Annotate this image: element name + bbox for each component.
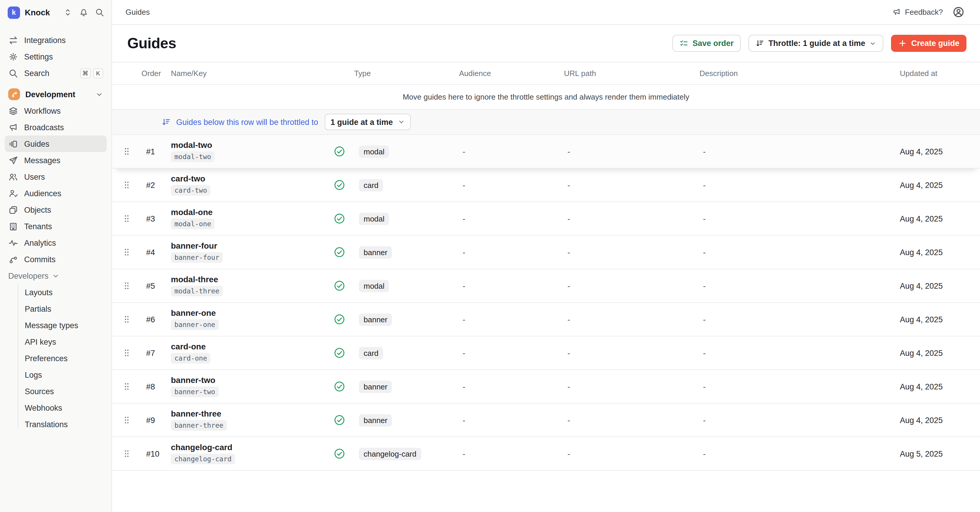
workspace-switcher[interactable]: k Knock [0, 0, 111, 25]
table-row[interactable]: #2card-twocard-twocard---Aug 4, 2025 [112, 169, 980, 202]
table-row[interactable]: #4banner-fourbanner-fourbanner---Aug 4, … [112, 236, 980, 269]
drag-handle-icon [123, 281, 130, 291]
create-guide-button[interactable]: Create guide [891, 35, 966, 52]
description-value: - [700, 214, 900, 223]
app-window: k Knock IntegrationsSettingsSearch⌘K Dev… [0, 0, 980, 512]
sidebar-item-integrations[interactable]: Integrations [5, 32, 107, 48]
sidebar-item-api-keys[interactable]: API keys [5, 334, 107, 350]
activity-icon [8, 238, 18, 248]
commit-branch-icon [8, 254, 18, 264]
sidebar-item-commits[interactable]: Commits [5, 251, 107, 267]
drag-handle[interactable] [112, 281, 142, 291]
description-value: - [700, 348, 900, 357]
chevron-down-icon [52, 272, 60, 280]
keyboard-shortcut: ⌘K [80, 68, 103, 78]
updated-at-value: Aug 4, 2025 [900, 214, 980, 223]
column-header-url-path: URL path [564, 69, 700, 78]
table-row[interactable]: #5modal-threemodal-threemodal---Aug 4, 2… [112, 269, 980, 303]
sidebar-item-broadcasts[interactable]: Broadcasts [5, 119, 107, 135]
table-row[interactable]: #10changelog-cardchangelog-cardchangelog… [112, 437, 980, 471]
sidebar-nav: IntegrationsSettingsSearch⌘K Development… [0, 25, 111, 432]
drag-handle[interactable] [112, 248, 142, 257]
url-path-value: - [564, 449, 700, 458]
sidebar-item-analytics[interactable]: Analytics [5, 234, 107, 251]
unthrottled-dropzone[interactable]: Move guides here to ignore the throttle … [112, 85, 980, 110]
guide-name: card-one [171, 342, 331, 351]
sidebar-item-label: Message types [25, 321, 78, 330]
drag-handle[interactable] [112, 180, 142, 190]
sidebar-item-label: Settings [24, 52, 53, 61]
order-number: #9 [142, 416, 171, 425]
table-row[interactable]: #3modal-onemodal-onemodal---Aug 4, 2025 [112, 202, 980, 236]
sidebar-item-settings[interactable]: Settings [5, 48, 107, 65]
environment-switcher[interactable]: Development [5, 86, 107, 103]
layers-icon [8, 106, 18, 116]
sidebar-item-label: API keys [25, 337, 56, 346]
guide-name: modal-one [171, 208, 331, 217]
developers-section-toggle[interactable]: Developers [5, 267, 107, 284]
drag-handle[interactable] [112, 382, 142, 391]
throttle-count-select[interactable]: 1 guide at a time [325, 114, 411, 130]
sidebar-item-guides[interactable]: Guides [5, 135, 107, 152]
sidebar-item-layouts[interactable]: Layouts [5, 284, 107, 301]
drag-handle[interactable] [112, 147, 142, 156]
sidebar-item-webhooks[interactable]: Webhooks [5, 399, 107, 416]
drag-handle[interactable] [112, 415, 142, 425]
order-number: #5 [142, 281, 171, 290]
table-row[interactable]: #6banner-onebanner-onebanner---Aug 4, 20… [112, 303, 980, 336]
updated-at-value: Aug 4, 2025 [900, 315, 980, 324]
sidebar-item-label: Tenants [24, 222, 52, 231]
guide-name: banner-three [171, 409, 331, 418]
sidebar-item-preferences[interactable]: Preferences [5, 350, 107, 366]
table-row[interactable]: #9banner-threebanner-threebanner---Aug 4… [112, 404, 980, 437]
user-avatar-icon[interactable] [952, 6, 965, 18]
description-value: - [700, 281, 900, 290]
megaphone-icon [8, 122, 18, 132]
sidebar-item-users[interactable]: Users [5, 169, 107, 185]
workspace-selector-icon[interactable] [63, 8, 73, 17]
guide-key-badge: banner-four [171, 252, 223, 263]
throttle-divider-link[interactable]: Guides below this row will be throttled … [176, 118, 318, 126]
drag-handle[interactable] [112, 348, 142, 358]
sidebar-item-label: Users [24, 172, 45, 181]
sidebar-item-workflows[interactable]: Workflows [5, 103, 107, 119]
sidebar-item-audiences[interactable]: Audiences [5, 185, 107, 202]
search-icon[interactable] [95, 8, 104, 17]
drag-handle[interactable] [112, 214, 142, 223]
environment-label: Development [25, 90, 75, 99]
table-row[interactable]: #8banner-twobanner-twobanner---Aug 4, 20… [112, 370, 980, 404]
table-row[interactable]: #1modal-twomodal-twomodal---Aug 4, 2025 [112, 135, 980, 169]
save-order-button[interactable]: Save order [672, 35, 741, 52]
sidebar-item-sources[interactable]: Sources [5, 383, 107, 399]
throttle-setting-button[interactable]: Throttle: 1 guide at a time [748, 35, 884, 52]
drag-handle[interactable] [112, 449, 142, 458]
sidebar-item-label: Integrations [24, 36, 66, 45]
sidebar-item-partials[interactable]: Partials [5, 301, 107, 317]
sidebar-item-objects[interactable]: Objects [5, 202, 107, 218]
guide-name: banner-two [171, 376, 331, 385]
copy-icon [8, 205, 18, 215]
keycap: ⌘ [80, 68, 91, 78]
sidebar-item-tenants[interactable]: Tenants [5, 218, 107, 234]
sidebar-item-search[interactable]: Search⌘K [5, 65, 107, 81]
building-icon [8, 221, 18, 231]
updated-at-value: Aug 4, 2025 [900, 281, 980, 290]
sidebar-item-translations[interactable]: Translations [5, 416, 107, 432]
table-row[interactable]: #7card-onecard-onecard---Aug 4, 2025 [112, 336, 980, 370]
sidebar-item-logs[interactable]: Logs [5, 366, 107, 383]
sidebar-item-label: Commits [24, 255, 56, 264]
sidebar-item-messages[interactable]: Messages [5, 152, 107, 169]
feedback-button[interactable]: Feedback? [892, 8, 943, 16]
guide-type-badge: modal [359, 145, 389, 157]
sidebar-item-label: Preferences [25, 354, 68, 363]
audience-value: - [459, 147, 564, 156]
description-value: - [700, 315, 900, 324]
guides-table: Order Name/Key Type Audience URL path De… [112, 62, 980, 512]
notifications-bell-icon[interactable] [79, 8, 88, 17]
sidebar-item-label: Workflows [24, 107, 61, 115]
column-header-description: Description [700, 69, 900, 78]
sidebar-item-label: Broadcasts [24, 123, 64, 132]
drag-handle[interactable] [112, 315, 142, 324]
sidebar-item-message-types[interactable]: Message types [5, 317, 107, 334]
sidebar-item-label: Webhooks [25, 403, 62, 412]
